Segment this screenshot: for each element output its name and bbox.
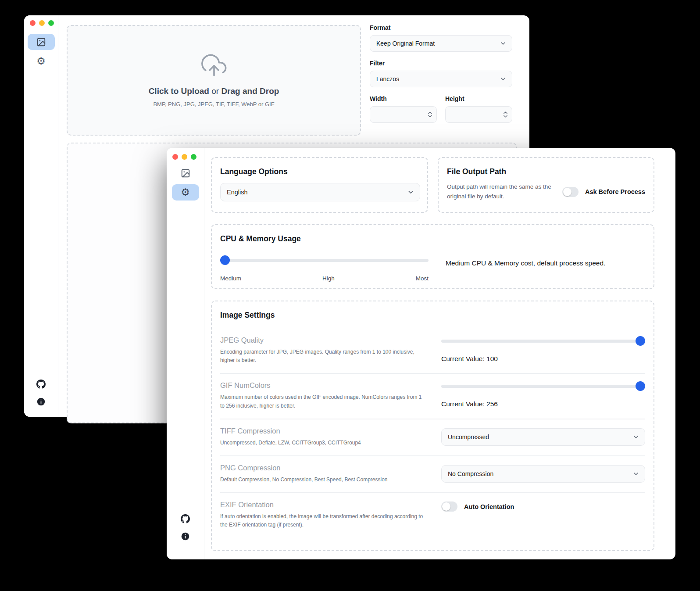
cpu-memory-panel: CPU & Memory Usage Medium High Most Medi…	[211, 224, 654, 289]
sidebar-item-images[interactable]	[172, 165, 199, 181]
cpu-memory-title: CPU & Memory Usage	[220, 234, 645, 244]
jpeg-quality-description: Encoding parameter for JPG, JPEG images.…	[220, 348, 427, 365]
format-label: Format	[370, 24, 512, 31]
exif-orientation-description: If auto orientation is enabled, the imag…	[220, 512, 427, 529]
ask-before-process-label: Ask Before Process	[585, 188, 645, 195]
png-compression-select[interactable]: No Compression	[441, 465, 645, 483]
sidebar-item-settings[interactable]: ⚙	[172, 184, 199, 201]
tick-label-high: High	[322, 275, 335, 282]
png-compression-description: Default Compression, No Compression, Bes…	[220, 476, 427, 484]
upload-title: Click to Upload or Drag and Drop	[149, 86, 279, 96]
jpeg-quality-current-value: Current Value: 100	[441, 355, 645, 363]
upload-supported-formats: BMP, PNG, JPG, JPEG, TIF, TIFF, WebP or …	[153, 101, 274, 107]
language-select-value: English	[227, 189, 248, 196]
chevron-down-icon	[632, 433, 639, 441]
sidebar-item-images[interactable]	[28, 34, 55, 50]
info-icon[interactable]	[36, 397, 46, 406]
sidebar-item-settings[interactable]: ⚙	[28, 53, 55, 69]
tiff-compression-select[interactable]: Uncompressed	[441, 428, 645, 446]
tiff-compression-description: Uncompressed, Deflate, LZW, CCITTGroup3,…	[220, 439, 427, 447]
format-select-value: Keep Original Format	[376, 40, 435, 47]
tiff-compression-row: TIFF Compression Uncompressed, Deflate, …	[220, 419, 645, 455]
gear-icon: ⚙	[36, 56, 46, 66]
picture-icon	[181, 168, 190, 178]
settings-content: Language Options English File Output Pat…	[204, 148, 675, 559]
chevron-down-icon	[407, 189, 414, 196]
slider-rail[interactable]	[441, 385, 645, 388]
close-button[interactable]	[30, 20, 36, 26]
slider-rail[interactable]	[441, 340, 645, 343]
language-options-title: Language Options	[220, 167, 419, 176]
filter-select-value: Lanczos	[376, 75, 399, 82]
window-controls	[172, 154, 196, 160]
image-settings-title: Image Settings	[220, 311, 645, 320]
minimize-button[interactable]	[182, 154, 187, 160]
stepper-icon[interactable]	[503, 111, 508, 118]
settings-window: ⚙ Language Options English File Output P…	[167, 148, 675, 559]
sidebar: ⚙	[24, 15, 58, 417]
github-icon[interactable]	[36, 380, 46, 389]
cpu-memory-slider[interactable]	[220, 255, 429, 265]
chevron-down-icon	[500, 75, 507, 82]
upload-dropzone[interactable]: Click to Upload or Drag and Drop BMP, PN…	[67, 25, 361, 136]
jpeg-quality-row: JPEG Quality Encoding parameter for JPG,…	[220, 329, 645, 373]
chevron-down-icon	[632, 470, 639, 477]
window-controls	[30, 20, 54, 26]
auto-orientation-toggle[interactable]	[441, 501, 457, 512]
format-select[interactable]: Keep Original Format	[370, 35, 512, 52]
upload-title-or: or	[209, 86, 221, 96]
cloud-upload-icon	[201, 53, 227, 79]
slider-thumb[interactable]	[636, 336, 645, 346]
sidebar-footer	[36, 380, 46, 406]
auto-orientation-label: Auto Orientation	[464, 503, 514, 510]
upload-title-drag: Drag and Drop	[221, 86, 279, 96]
sidebar-footer	[181, 514, 190, 541]
ask-before-process-toggle[interactable]	[562, 187, 579, 197]
stepper-icon[interactable]	[428, 111, 432, 118]
file-output-path-title: File Output Path	[447, 167, 645, 176]
sidebar: ⚙	[167, 148, 204, 559]
filter-label: Filter	[370, 60, 512, 67]
cpu-memory-tick-labels: Medium High Most	[220, 275, 429, 282]
language-options-panel: Language Options English	[211, 157, 428, 213]
github-icon[interactable]	[181, 514, 190, 523]
output-options-form: Format Keep Original Format Filter Lancz…	[370, 24, 512, 123]
picture-icon	[36, 37, 46, 47]
exif-orientation-row: EXIF Orientation If auto orientation is …	[220, 492, 645, 537]
jpeg-quality-title: JPEG Quality	[220, 336, 427, 344]
width-label: Width	[370, 95, 437, 102]
tiff-compression-title: TIFF Compression	[220, 427, 427, 435]
jpeg-quality-slider[interactable]	[441, 336, 645, 346]
minimize-button[interactable]	[39, 20, 45, 26]
height-input[interactable]	[445, 106, 512, 123]
info-icon[interactable]	[181, 532, 190, 541]
exif-orientation-title: EXIF Orientation	[220, 501, 427, 509]
toggle-knob	[442, 502, 450, 511]
gif-numcolors-title: GIF NumColors	[220, 381, 427, 390]
close-button[interactable]	[172, 154, 178, 160]
tick-label-medium: Medium	[220, 275, 241, 282]
image-settings-panel: Image Settings JPEG Quality Encoding par…	[211, 301, 654, 551]
gif-numcolors-current-value: Current Value: 256	[441, 400, 645, 408]
zoom-button[interactable]	[48, 20, 54, 26]
language-select[interactable]: English	[220, 183, 420, 201]
chevron-down-icon	[500, 40, 507, 47]
height-label: Height	[445, 95, 512, 102]
gif-numcolors-description: Maximum number of colors used in the GIF…	[220, 393, 427, 410]
upload-title-click: Click to Upload	[149, 86, 209, 96]
slider-rail[interactable]	[220, 259, 429, 262]
png-compression-value: No Compression	[448, 470, 493, 477]
tick-label-most: Most	[416, 275, 429, 282]
zoom-button[interactable]	[191, 154, 196, 160]
png-compression-row: PNG Compression Default Compression, No …	[220, 455, 645, 492]
slider-thumb[interactable]	[220, 255, 230, 265]
gif-numcolors-slider[interactable]	[441, 381, 645, 391]
toggle-knob	[563, 188, 571, 196]
width-input[interactable]	[370, 106, 437, 123]
gear-icon: ⚙	[181, 187, 190, 197]
cpu-memory-status-text: Medium CPU & Memory cost, default proces…	[446, 255, 605, 282]
slider-thumb[interactable]	[636, 381, 645, 391]
filter-select[interactable]: Lanczos	[370, 71, 512, 87]
file-output-path-description: Output path will remain the same as the …	[447, 182, 553, 202]
file-output-path-panel: File Output Path Output path will remain…	[438, 157, 654, 213]
